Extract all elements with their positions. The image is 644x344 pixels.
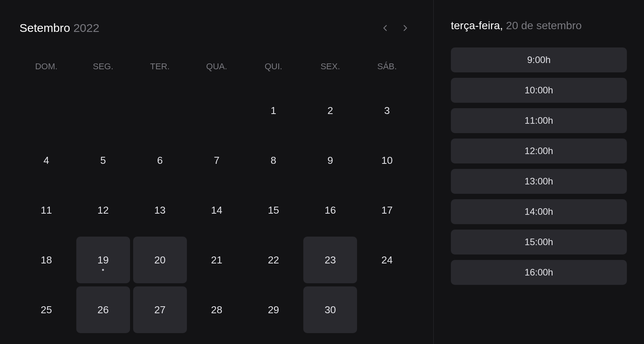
day-cell: 2 — [303, 87, 357, 134]
day-number: 1 — [271, 105, 276, 117]
day-cell: 18 — [19, 237, 73, 283]
day-cell: 16 — [303, 187, 357, 233]
day-number: 16 — [325, 204, 336, 216]
day-cell[interactable]: 19 — [76, 237, 130, 283]
selected-date-label: 20 de setembro — [506, 19, 582, 32]
time-slot[interactable]: 11:00h — [451, 108, 627, 133]
day-number: 13 — [154, 204, 165, 216]
today-indicator-dot — [102, 269, 104, 271]
day-number: 29 — [268, 304, 279, 316]
day-cell: 21 — [190, 237, 244, 283]
day-number: 20 — [154, 254, 165, 266]
day-cell: 10 — [360, 137, 414, 184]
time-list: 9:00h10:00h11:00h12:00h13:00h14:00h15:00… — [451, 47, 627, 285]
weekday-header: TER. — [133, 55, 187, 78]
day-cell-empty — [19, 87, 73, 134]
day-number: 10 — [382, 154, 393, 167]
weekday-header: DOM. — [19, 55, 73, 78]
day-number: 5 — [100, 154, 106, 167]
day-number: 21 — [211, 254, 222, 266]
calendar-header: Setembro 2022 — [19, 19, 414, 37]
day-number: 30 — [325, 304, 336, 316]
day-number: 7 — [214, 154, 219, 167]
chevron-left-icon — [380, 23, 390, 33]
weekday-header: QUI. — [246, 55, 300, 78]
day-cell[interactable]: 30 — [303, 286, 357, 333]
next-month-button[interactable] — [397, 19, 414, 37]
time-slot[interactable]: 15:00h — [451, 230, 627, 254]
calendar-panel: Setembro 2022 DOM.SEG.TER.QUA.QUI.SEX.SÁ… — [0, 0, 434, 344]
day-number: 24 — [382, 254, 393, 266]
day-number: 3 — [384, 105, 390, 117]
nav-arrows — [377, 19, 414, 37]
day-cell: 9 — [303, 137, 357, 184]
day-cell[interactable]: 20 — [133, 237, 187, 283]
weekday-header: SEG. — [76, 55, 130, 78]
day-number: 23 — [325, 254, 336, 266]
month-year-title: Setembro 2022 — [19, 21, 99, 35]
days-grid: 1234567891011121314151617181920212223242… — [19, 87, 414, 333]
day-cell: 8 — [246, 137, 300, 184]
day-number: 14 — [211, 204, 222, 216]
day-cell[interactable]: 26 — [76, 286, 130, 333]
time-slot[interactable]: 10:00h — [451, 78, 627, 103]
day-cell: 13 — [133, 187, 187, 233]
time-header: terça-feira, 20 de setembro — [451, 19, 627, 32]
time-slot[interactable]: 9:00h — [451, 47, 627, 72]
day-cell[interactable]: 27 — [133, 286, 187, 333]
weekday-header: SEX. — [303, 55, 357, 78]
day-number: 11 — [40, 204, 52, 216]
day-cell: 29 — [246, 286, 300, 333]
day-cell: 7 — [190, 137, 244, 184]
day-cell: 28 — [190, 286, 244, 333]
day-number: 28 — [211, 304, 222, 316]
day-number: 25 — [40, 304, 52, 316]
weekday-header: SÁB. — [360, 55, 414, 78]
day-cell-empty — [76, 87, 130, 134]
day-number: 22 — [268, 254, 279, 266]
day-number: 4 — [44, 154, 49, 167]
day-cell: 12 — [76, 187, 130, 233]
day-number: 19 — [97, 254, 109, 266]
selected-weekday-label: terça-feira, — [451, 19, 506, 32]
day-number: 2 — [327, 105, 333, 117]
month-label: Setembro — [19, 21, 70, 34]
day-cell: 11 — [19, 187, 73, 233]
day-number: 15 — [268, 204, 279, 216]
day-number: 9 — [327, 154, 333, 167]
day-cell-empty — [133, 87, 187, 134]
day-number: 27 — [154, 304, 165, 316]
time-panel: terça-feira, 20 de setembro 9:00h10:00h1… — [434, 0, 644, 344]
prev-month-button[interactable] — [377, 19, 394, 37]
time-slot[interactable]: 13:00h — [451, 169, 627, 194]
year-label: 2022 — [73, 21, 99, 34]
day-number: 17 — [382, 204, 393, 216]
day-cell: 5 — [76, 137, 130, 184]
day-cell: 4 — [19, 137, 73, 184]
day-cell: 22 — [246, 237, 300, 283]
day-cell: 6 — [133, 137, 187, 184]
day-cell: 24 — [360, 237, 414, 283]
time-slot[interactable]: 16:00h — [451, 260, 627, 285]
day-number: 26 — [97, 304, 109, 316]
day-cell: 25 — [19, 286, 73, 333]
weekday-row: DOM.SEG.TER.QUA.QUI.SEX.SÁB. — [19, 55, 414, 78]
day-cell: 1 — [246, 87, 300, 134]
day-cell: 14 — [190, 187, 244, 233]
day-cell: 15 — [246, 187, 300, 233]
day-number: 6 — [157, 154, 162, 167]
chevron-right-icon — [400, 23, 410, 33]
day-number: 12 — [97, 204, 109, 216]
day-number: 18 — [40, 254, 52, 266]
day-cell-empty — [190, 87, 244, 134]
weekday-header: QUA. — [190, 55, 244, 78]
time-slot[interactable]: 12:00h — [451, 139, 627, 163]
day-cell[interactable]: 23 — [303, 237, 357, 283]
day-cell: 3 — [360, 87, 414, 134]
time-slot[interactable]: 14:00h — [451, 199, 627, 224]
day-number: 8 — [271, 154, 276, 167]
day-cell: 17 — [360, 187, 414, 233]
